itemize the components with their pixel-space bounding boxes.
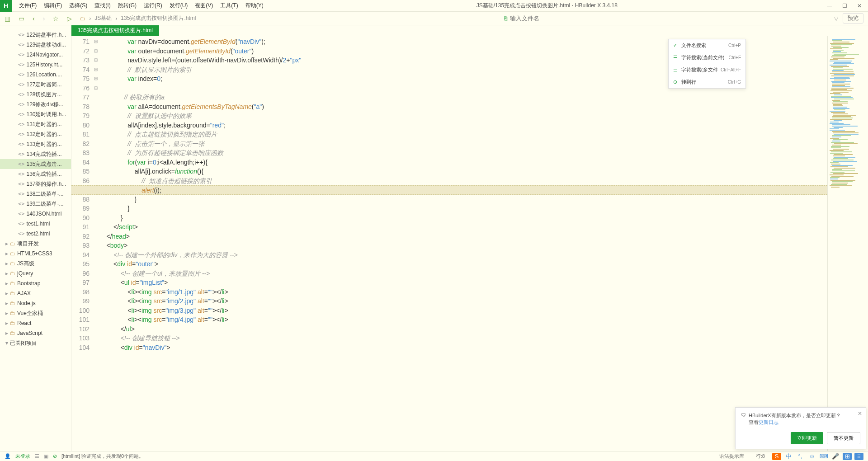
breadcrumb-file[interactable]: 135完成点击按钮切换图片.html	[121, 14, 196, 22]
back-icon[interactable]: ‹	[33, 15, 35, 22]
menu-item[interactable]: 查找(I)	[91, 2, 114, 9]
sidebar-file-item[interactable]: <> 126Location....	[0, 70, 71, 80]
main-area: <> 122键盘事件.h...<> 123键盘移动di...<> 124Navi…	[0, 25, 868, 451]
update-message: HBuilderX有新版本发布，是否立即更新？	[749, 412, 841, 419]
sidebar-file-item[interactable]: <> 132定时器的...	[0, 129, 71, 139]
sidebar-file-item[interactable]: <> 140JSON.html	[0, 209, 71, 219]
emoji-icon[interactable]: ☺	[807, 453, 816, 460]
mic-icon[interactable]: 🎤	[831, 453, 840, 460]
sidebar-file-item[interactable]: <> 139二级菜单-...	[0, 199, 71, 209]
sidebar-folder-item[interactable]: ▸ 🗀 Bootstrap	[0, 278, 71, 288]
star-icon[interactable]: ☆	[53, 15, 59, 22]
sidebar-folder-item[interactable]: ▾ 已关闭项目	[0, 338, 71, 348]
grammar-label[interactable]: 语法提示库	[719, 453, 744, 460]
preview-button[interactable]: 预览	[843, 13, 863, 24]
app-logo: H	[0, 0, 12, 12]
editor-area: 135完成点击按钮切换图片.html 717273747576777879808…	[71, 25, 868, 451]
menu-item[interactable]: 帮助(Y)	[242, 2, 267, 9]
new-file-icon[interactable]: ▥	[5, 15, 10, 22]
search-input[interactable]	[510, 15, 781, 22]
sidebar-folder-item[interactable]: ▸ 🗀 JS高级	[0, 259, 71, 268]
save-icon[interactable]: ▭	[19, 15, 24, 22]
sidebar: <> 122键盘事件.h...<> 123键盘移动di...<> 124Navi…	[0, 25, 71, 451]
close-icon[interactable]: ✕	[857, 3, 862, 9]
punct-icon[interactable]: °,	[796, 453, 805, 460]
login-status[interactable]: 未登录	[15, 453, 30, 460]
sidebar-folder-item[interactable]: ▸ 🗀 HTML5+CSS3	[0, 249, 71, 259]
sidebar-file-item[interactable]: <> 127定时器简...	[0, 80, 71, 89]
keyboard-icon[interactable]: ⌨	[819, 453, 828, 460]
sidebar-file-item[interactable]: <> 133定时器的...	[0, 139, 71, 149]
filter-icon[interactable]: ▽	[834, 15, 838, 22]
list-icon[interactable]: ☰	[35, 453, 39, 459]
sidebar-file-item[interactable]: <> 122键盘事件.h...	[0, 30, 71, 40]
search-icon: ⎘	[504, 15, 507, 22]
sidebar-folder-item[interactable]: ▸ 🗀 jQuery	[0, 268, 71, 278]
menu-item[interactable]: 跳转(G)	[114, 2, 140, 9]
grid-icon[interactable]: ⊞	[843, 453, 852, 460]
sidebar-file-item[interactable]: <> 135完成点击...	[0, 159, 71, 169]
sidebar-folder-item[interactable]: ▸ 🗀 AJAX	[0, 288, 71, 298]
minimize-icon[interactable]: —	[827, 3, 832, 9]
toolbar: ▥ ▭ ‹ › ☆ ▷ 🗀 › JS基础 › 135完成点击按钮切换图片.htm…	[0, 12, 868, 25]
sidebar-file-item[interactable]: <> 134完成轮播...	[0, 149, 71, 159]
run-icon[interactable]: ▷	[67, 15, 72, 22]
menu-item[interactable]: 编辑(E)	[40, 2, 66, 9]
menu-item[interactable]: 视图(V)	[191, 2, 217, 9]
cursor-pos: 行:8	[756, 453, 765, 460]
sidebar-folder-item[interactable]: ▸ 🗀 React	[0, 318, 71, 328]
sidebar-file-item[interactable]: <> 123键盘移动di...	[0, 40, 71, 50]
forward-icon[interactable]: ›	[43, 15, 45, 22]
breadcrumb-folder[interactable]: JS基础	[94, 14, 112, 22]
menu-item[interactable]: 运行(R)	[140, 2, 166, 9]
search-option[interactable]: ⊙转到行Ctrl+G	[669, 76, 745, 88]
changelog-link[interactable]: 更新日志	[759, 419, 778, 425]
sidebar-folder-item[interactable]: ▸ 🗀 Node.js	[0, 298, 71, 308]
sidebar-file-item[interactable]: <> test2.html	[0, 229, 71, 239]
search-option[interactable]: ✓文件名搜索Ctrl+P	[669, 39, 745, 52]
sidebar-file-item[interactable]: <> 137类的操作.h...	[0, 179, 71, 189]
search-popup: ✓文件名搜索Ctrl+P☰字符搜索(当前文件)Ctrl+F☰字符搜索(多文件Ct…	[668, 39, 746, 89]
user-icon[interactable]: 👤	[5, 453, 11, 459]
search-box[interactable]: ⎘	[504, 15, 830, 22]
folder-icon: 🗀	[80, 15, 85, 22]
search-option[interactable]: ☰字符搜索(当前文件)Ctrl+F	[669, 52, 745, 64]
sidebar-file-item[interactable]: <> test1.html	[0, 219, 71, 229]
menu-item[interactable]: 选择(S)	[66, 2, 91, 9]
window-controls: — ☐ ✕	[827, 3, 862, 9]
sidebar-file-item[interactable]: <> 124Navigator...	[0, 50, 71, 60]
code-content[interactable]: var navDiv=document.getElementById("navD…	[99, 36, 827, 451]
window-title: JS基础/135完成点击按钮切换图片.html - HBuilder X 3.4…	[267, 2, 827, 9]
menu-item[interactable]: 发行(U)	[166, 2, 192, 9]
sidebar-file-item[interactable]: <> 130延时调用.h...	[0, 109, 71, 119]
sidebar-file-item[interactable]: <> 128切换图片...	[0, 89, 71, 99]
menu-item[interactable]: 工具(T)	[217, 2, 241, 9]
sidebar-file-item[interactable]: <> 138二级菜单-...	[0, 189, 71, 199]
sidebar-file-item[interactable]: <> 125History.ht...	[0, 60, 71, 70]
popup-close-icon[interactable]: ✕	[858, 410, 862, 417]
sidebar-folder-item[interactable]: ▸ 🗀 JavaScript	[0, 328, 71, 338]
breadcrumb-root[interactable]: ›	[89, 15, 91, 22]
update-now-button[interactable]: 立即更新	[791, 432, 823, 444]
titlebar: H 文件(F)编辑(E)选择(S)查找(I)跳转(G)运行(R)发行(U)视图(…	[0, 0, 868, 12]
sidebar-folder-item[interactable]: ▸ 🗀 Vue全家桶	[0, 308, 71, 318]
panel-icon[interactable]: ▣	[44, 453, 48, 459]
breadcrumb: 🗀 › JS基础 › 135完成点击按钮切换图片.html	[80, 14, 196, 22]
ime-icon[interactable]: S	[772, 453, 781, 460]
search-option[interactable]: ☰字符搜索(多文件Ctrl+Alt+F	[669, 64, 745, 76]
update-later-button[interactable]: 暂不更新	[827, 432, 860, 444]
maximize-icon[interactable]: ☐	[842, 3, 847, 9]
sidebar-file-item[interactable]: <> 129修改div移...	[0, 99, 71, 109]
minimap[interactable]	[827, 36, 868, 451]
menu-item[interactable]: 文件(F)	[15, 2, 40, 9]
fold-gutter: ⊟⊟⊟⊟⊟⊟	[94, 36, 99, 451]
sidebar-file-item[interactable]: <> 131定时器的...	[0, 119, 71, 129]
sidebar-folder-item[interactable]: ▸ 🗀 项目开发	[0, 239, 71, 249]
update-popup: ✕ 🗨 HBuilderX有新版本发布，是否立即更新？ 查看更新日志 立即更新 …	[735, 407, 866, 449]
settings-icon[interactable]: ⁝⁝	[854, 453, 863, 460]
lang-icon[interactable]: 中	[784, 453, 793, 460]
tab-active[interactable]: 135完成点击按钮切换图片.html	[71, 25, 159, 36]
info-icon: 🗨	[741, 412, 746, 426]
sidebar-file-item[interactable]: <> 136完成轮播...	[0, 169, 71, 179]
menu-bar: 文件(F)编辑(E)选择(S)查找(I)跳转(G)运行(R)发行(U)视图(V)…	[15, 2, 267, 9]
